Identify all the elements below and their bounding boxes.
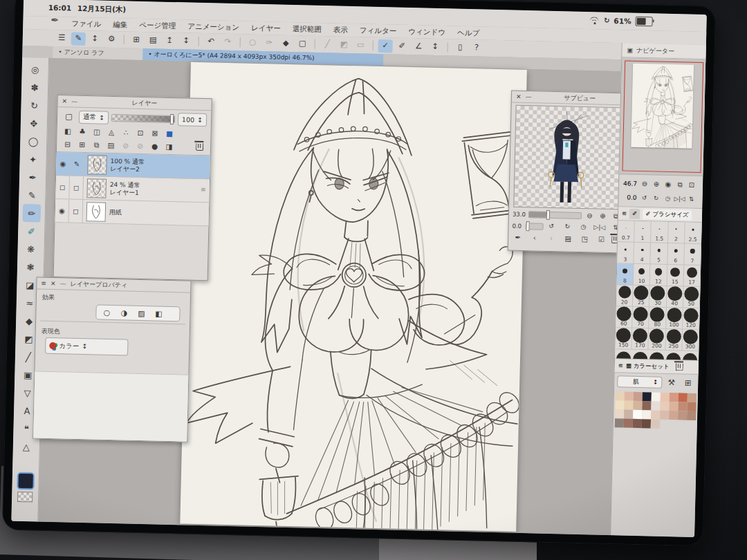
minimize-icon[interactable]: —: [59, 281, 66, 287]
layer-color-icon[interactable]: ■: [163, 128, 176, 140]
auto-select-tool[interactable]: ✦: [24, 150, 42, 169]
selection-tool[interactable]: ◯: [24, 132, 43, 151]
export-stepper[interactable]: ↕: [179, 35, 194, 48]
color-swatch[interactable]: [634, 392, 643, 401]
brush-size-cell[interactable]: 70: [632, 307, 649, 329]
export-button[interactable]: ↥: [163, 34, 177, 47]
brush-size-cell[interactable]: 5: [651, 243, 668, 265]
flip-horizontal-button[interactable]: ▷|◁: [674, 194, 685, 204]
new-folder-icon[interactable]: ▤: [104, 140, 118, 151]
color-swatch[interactable]: [624, 410, 633, 419]
snap-button[interactable]: ✓: [378, 39, 392, 53]
help-button[interactable]: ?: [469, 41, 483, 55]
brush-size-cell[interactable]: 8: [617, 263, 634, 286]
brush-size-cell[interactable]: 20: [616, 285, 634, 307]
rotate-left-button[interactable]: ↺: [638, 192, 649, 203]
zoom-tool[interactable]: ◎: [26, 60, 44, 79]
new-layer-icon[interactable]: ⊟: [61, 138, 74, 150]
color-swatch[interactable]: [633, 401, 642, 410]
color-swatch[interactable]: [688, 393, 697, 402]
layer-opacity-value[interactable]: 100 ↕: [178, 113, 208, 127]
brush-stepper[interactable]: ↕: [427, 40, 442, 53]
main-menu-button[interactable]: ☰: [55, 31, 69, 44]
color-swatch[interactable]: [678, 402, 687, 411]
color-swatch[interactable]: [633, 419, 642, 428]
minimize-icon[interactable]: —: [525, 94, 531, 100]
brush-size-cell[interactable]: 2: [668, 222, 685, 244]
undo-button[interactable]: ↶: [204, 35, 219, 48]
color-swatch[interactable]: [633, 410, 642, 419]
rotate-canvas-tool[interactable]: ↻: [25, 96, 44, 115]
add-color-button[interactable]: ⊞: [681, 376, 695, 389]
subview-zoom-slider[interactable]: [528, 211, 582, 219]
brush-size-cell[interactable]: 2.5: [685, 223, 702, 245]
edit-color-set-button[interactable]: ⚒: [664, 376, 679, 389]
hand-tool[interactable]: ✽: [26, 78, 44, 97]
menu-item[interactable]: アニメーション: [187, 21, 239, 32]
palette-menu-icon[interactable]: ≡: [622, 211, 627, 217]
zoom-out-button[interactable]: ⊖: [639, 178, 650, 189]
separator[interactable]: [240, 37, 241, 47]
border-effect-icon[interactable]: ○: [99, 306, 114, 319]
brush-size-cell[interactable]: 6: [667, 243, 685, 265]
layer-row[interactable]: ◻ ◻ 24 % 通常 レイヤー1 ≡: [55, 176, 210, 203]
transparent-color-swatch[interactable]: [17, 492, 33, 503]
lock-transparent-icon[interactable]: ◬: [104, 127, 118, 138]
open-image-button[interactable]: ▤: [562, 233, 574, 243]
separator[interactable]: [447, 42, 448, 52]
rotate-left-button[interactable]: ↺: [545, 221, 557, 232]
color-swatch[interactable]: [687, 402, 696, 411]
separator[interactable]: [372, 41, 373, 50]
ruler-tool[interactable]: △: [17, 438, 36, 456]
brush-size-cell[interactable]: 150: [615, 328, 632, 350]
layer-row[interactable]: ◉ ✎ 100 % 通常 レイヤー2: [56, 152, 210, 179]
blend-mode-dropdown[interactable]: 通常 ↕: [79, 111, 109, 124]
brush-tool[interactable]: ✐: [22, 222, 41, 241]
brush-size-cell[interactable]: 12: [650, 264, 667, 286]
color-set-tab[interactable]: ▦ カラーセット: [626, 362, 670, 371]
brush-size-cell[interactable]: 3: [617, 242, 634, 264]
minimize-icon[interactable]: —: [71, 98, 77, 104]
color-swatch[interactable]: [642, 401, 651, 410]
color-swatch[interactable]: [651, 419, 660, 428]
merge-down-icon[interactable]: ⊘: [133, 140, 147, 152]
brush-size-cell[interactable]: 300: [682, 329, 699, 351]
rotate-right-button[interactable]: ↻: [650, 193, 661, 203]
companion-mode-button[interactable]: ▯: [452, 41, 467, 54]
fullscreen-button[interactable]: ⊡: [686, 180, 697, 190]
color-swatch[interactable]: [660, 402, 669, 411]
gradient-button[interactable]: ◩: [336, 38, 351, 51]
open-file-button[interactable]: ▤: [146, 34, 160, 47]
menu-item[interactable]: 選択範囲: [293, 24, 322, 35]
brush-button[interactable]: ✐: [394, 39, 409, 53]
tone-effect-icon[interactable]: ◑: [116, 306, 131, 320]
deselect-button[interactable]: ◆: [278, 37, 293, 50]
brush-size-cell[interactable]: 170: [632, 328, 649, 351]
color-swatch[interactable]: [652, 392, 661, 401]
canvas-sketch[interactable]: [180, 62, 527, 532]
separator[interactable]: [315, 39, 315, 49]
reset-rotation-button[interactable]: ◷: [662, 193, 673, 203]
color-swatch[interactable]: [651, 410, 660, 419]
expression-color-dropdown[interactable]: カラー ↕: [45, 337, 129, 356]
color-swatch[interactable]: [660, 411, 669, 420]
new-raster-layer-icon[interactable]: ⊞: [75, 139, 89, 151]
brush-size-cell[interactable]: 80: [649, 307, 667, 329]
delete-swatch-icon[interactable]: [672, 360, 686, 373]
correction-button[interactable]: ∠: [411, 40, 425, 53]
flip-vertical-button[interactable]: ⇅: [685, 194, 697, 204]
drag-handle-icon[interactable]: ≡: [201, 187, 206, 193]
palette-menu-icon[interactable]: ≡: [41, 280, 46, 286]
pen-tool[interactable]: ✎: [23, 186, 42, 205]
color-swatch[interactable]: [687, 411, 696, 420]
brush-size-cell[interactable]: 60: [616, 306, 633, 328]
brush-size-tab-active[interactable]: ✐ ブラシサイズ: [643, 209, 692, 221]
color-swatch[interactable]: [643, 392, 652, 401]
brush-size-cell[interactable]: 25: [633, 286, 650, 308]
navigator-preview[interactable]: [619, 57, 706, 176]
color-swatch[interactable]: [616, 391, 625, 400]
settings-button[interactable]: ⚙: [104, 32, 119, 46]
color-swatch[interactable]: [661, 393, 670, 402]
color-swatch[interactable]: [615, 418, 624, 427]
menu-item[interactable]: ページ管理: [139, 20, 176, 30]
